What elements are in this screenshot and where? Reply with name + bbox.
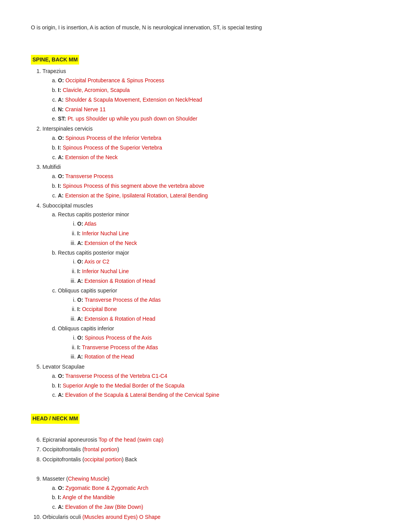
- list-item: I: Angle of the Mandible: [58, 493, 387, 502]
- submuscle-name: Obliquus capitis inferior: [58, 325, 114, 331]
- list-item: Interspinales cervicis O: Spinous Proces…: [42, 124, 387, 162]
- rcpm-details: O: Atlas I: Inferior Nuchal Line A: Exte…: [77, 219, 387, 248]
- list-item: A: Shoulder & Scapula Movement, Extensio…: [58, 95, 387, 105]
- list-item: Obliquus capitis superior O: Transverse …: [58, 286, 387, 324]
- list-item: Occipitofrontalis (occipital portion) Ba…: [42, 455, 387, 464]
- list-item: Epicranial aponeurosis Top of the head (…: [42, 435, 387, 445]
- oci-details: O: Spinous Process of the Axis I: Transv…: [77, 333, 387, 362]
- list-item: Rectus capitis posterior major O: Axis o…: [58, 248, 387, 286]
- muscle-name: Trapezius: [42, 68, 66, 74]
- list-item: Multifidi O: Transverse Process I: Spino…: [42, 163, 387, 200]
- rcpMaj-details: O: Axis or C2 I: Inferior Nuchal Line A:…: [77, 257, 387, 286]
- levator-details: O: Transverse Process of the Vertebra C1…: [58, 372, 387, 400]
- list-item: A: Extension & Rotation of Head: [77, 277, 387, 286]
- ocs-details: O: Transverse Process of the Atlas I: Oc…: [77, 296, 387, 324]
- submuscle-name: Rectus capitis posterior minor: [58, 211, 129, 218]
- list-item: A: Elevation of the Scapula & Lateral Be…: [58, 391, 387, 400]
- list-item: A: Extension of the Neck: [58, 153, 387, 162]
- muscle-name: Masseter (: [42, 476, 68, 482]
- muscle-name: Interspinales cervicis: [42, 126, 93, 132]
- submuscle-name: Rectus capitis posterior major: [58, 250, 129, 256]
- interspinales-details: O: Spinous Process of the Inferior Verte…: [58, 134, 387, 162]
- section1-header: SPINE, BACK MM: [31, 51, 387, 67]
- list-item: I: Superior Angle to the Medial Border o…: [58, 381, 387, 391]
- muscle-name: Occipitofrontalis (: [42, 446, 84, 452]
- list-item: I: Occipital Bone: [77, 305, 387, 314]
- list-item: I: Inferior Nuchal Line: [77, 267, 387, 276]
- list-item: A: Elevation of the Jaw (Bite Down): [58, 503, 387, 512]
- list-item: A: Extension of the Neck: [77, 239, 387, 248]
- muscle-name: Orbicularis oculi: [42, 514, 82, 520]
- list-item: I: Inferior Nuchal Line: [77, 229, 387, 238]
- list-item: O: Atlas: [77, 219, 387, 229]
- list-item: Levator Scapulae O: Transverse Process o…: [42, 362, 387, 400]
- multifidi-details: O: Transverse Process I: Spinous Process…: [58, 172, 387, 200]
- list-item: Occipitofrontalis (frontal portion): [42, 445, 387, 454]
- muscle-name: Levator Scapulae: [42, 364, 85, 370]
- muscle-name-suffix: ): [117, 446, 119, 452]
- submuscle-name: Obliquus capitis superior: [58, 287, 117, 294]
- muscle-name-suffix: ): [108, 476, 110, 482]
- list-item: O: Transverse Process: [58, 172, 387, 181]
- list-item: Suboccipital muscles Rectus capitis post…: [42, 201, 387, 362]
- list-item: A: Rotation of the Head: [77, 352, 387, 362]
- section2-header: HEAD / NECK MM: [31, 410, 387, 426]
- list-item: Orbicularis oculi (Muscles around Eyes) …: [42, 513, 387, 522]
- list-item: Trapezius O: Occipital Protuberance & Sp…: [42, 67, 387, 124]
- list-item: I: Clavicle, Acromion, Scapula: [58, 86, 387, 95]
- list-item: N: Cranial Nerve 11: [58, 105, 387, 114]
- trapezius-details: O: Occipital Protuberance & Spinus Proce…: [58, 76, 387, 124]
- list-item: O: Zygomatic Bone & Zygomatic Arch: [58, 484, 387, 493]
- muscle-name: Multifidi: [42, 164, 61, 170]
- list-item: O: Transverse Process of the Vertebra C1…: [58, 372, 387, 381]
- list-item: O: Occipital Protuberance & Spinus Proce…: [58, 76, 387, 85]
- muscle-name: Occipitofrontalis (: [42, 456, 84, 462]
- list-item: O: Transverse Process of the Atlas: [77, 296, 387, 305]
- list-item: I: Transverse Process of the Atlas: [77, 343, 387, 352]
- list-item: A: Extension & Rotation of Head: [77, 314, 387, 324]
- muscle-name-suffix: ) Back: [122, 456, 137, 462]
- head-neck-list: Epicranial aponeurosis Top of the head (…: [42, 435, 387, 522]
- list-item: O: Axis or C2: [77, 257, 387, 267]
- list-item: Obliquus capitis inferior O: Spinous Pro…: [58, 324, 387, 362]
- muscle-name: Suboccipital muscles: [42, 202, 93, 209]
- list-item: I: Spinous Process of the Superior Verte…: [58, 143, 387, 153]
- list-item: Rectus capitis posterior minor O: Atlas …: [58, 210, 387, 248]
- list-item: A: Extension at the Spine, Ipsilateral R…: [58, 191, 387, 201]
- muscle-name: Epicranial aponeurosis: [42, 437, 98, 443]
- list-item: O: Spinous Process of the Axis: [77, 333, 387, 343]
- list-item: ST: Pt. ups Shoulder up while you push d…: [58, 114, 387, 124]
- masseter-details: O: Zygomatic Bone & Zygomatic Arch I: An…: [58, 484, 387, 512]
- spine-back-list: Trapezius O: Occipital Protuberance & Sp…: [42, 67, 387, 400]
- intro-text: O is origin, I is insertion, A is action…: [31, 23, 387, 32]
- list-item: I: Spinous Process of this segment above…: [58, 182, 387, 191]
- suboccipital-list: Rectus capitis posterior minor O: Atlas …: [58, 210, 387, 362]
- list-item: Masseter (Chewing Muscle) O: Zygomatic B…: [42, 474, 387, 512]
- list-item: O: Spinous Process of the Inferior Verte…: [58, 134, 387, 143]
